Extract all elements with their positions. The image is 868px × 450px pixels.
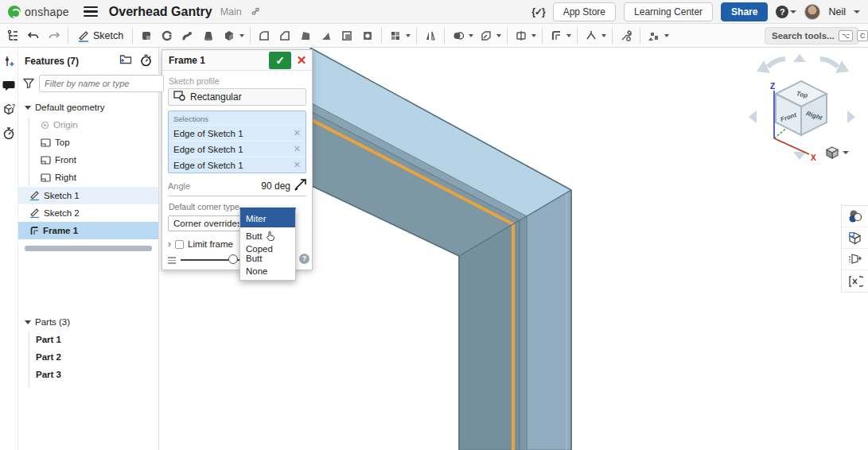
document-title: Overhead Gantry — [109, 5, 212, 19]
tree-item-sketch-1[interactable]: Sketch 1 — [18, 187, 158, 204]
dropdown-option-coped-butt[interactable]: Coped Butt — [240, 245, 295, 262]
sweep-icon[interactable] — [178, 26, 197, 45]
avatar[interactable] — [804, 4, 820, 20]
history-icon[interactable] — [0, 122, 18, 143]
angle-value[interactable]: 90 deg — [261, 180, 290, 192]
undo-icon[interactable] — [24, 26, 43, 45]
tree-item-part-3[interactable]: Part 3 — [18, 366, 158, 383]
sketch-button[interactable]: Sketch — [72, 28, 128, 44]
split-menu-chevron-icon[interactable] — [531, 34, 536, 37]
tree-item-right[interactable]: Right — [18, 169, 158, 186]
split-icon[interactable] — [512, 26, 531, 45]
dropdown-option-butt[interactable]: Butt — [240, 227, 295, 245]
chamfer-icon[interactable] — [275, 26, 294, 45]
angle-field[interactable]: Angle 90 deg — [168, 176, 306, 196]
boolean-icon[interactable] — [449, 26, 468, 45]
new-folder-icon[interactable] — [119, 54, 132, 68]
workspace-label[interactable]: Main — [220, 6, 242, 17]
rectangular-profile-icon — [173, 91, 185, 103]
rib-icon[interactable] — [317, 26, 336, 45]
view-options-button[interactable] — [825, 145, 849, 160]
search-tools-placeholder: Search tools... — [772, 31, 835, 41]
boolean-menu-chevron-icon[interactable] — [469, 34, 473, 37]
tree-group-parts[interactable]: Parts (3) — [18, 313, 158, 331]
profile-select[interactable]: Rectangular — [168, 88, 306, 106]
thicken-icon[interactable] — [220, 26, 239, 45]
frame-icon[interactable] — [547, 26, 566, 45]
featurescript-icon[interactable]: {✓} — [531, 6, 544, 17]
drag-handle-icon[interactable] — [168, 257, 176, 264]
sheet-metal-icon[interactable] — [582, 26, 601, 45]
selections-list[interactable]: Selections Edge of Sketch 1 ✕ Edge of Sk… — [168, 111, 306, 173]
revolve-icon[interactable] — [158, 26, 177, 45]
shell-icon[interactable] — [337, 26, 356, 45]
search-tools-input[interactable]: Search tools... ⌥ C — [765, 27, 858, 45]
remove-selection-icon[interactable]: ✕ — [294, 128, 301, 138]
insert-icon[interactable] — [644, 26, 664, 45]
cube-icon — [825, 145, 839, 160]
chevron-right-icon[interactable]: › — [168, 239, 171, 250]
help-menu[interactable]: ? — [776, 6, 796, 18]
hole-icon[interactable] — [358, 26, 377, 45]
filter-input[interactable] — [39, 75, 164, 92]
main-menu-icon[interactable] — [84, 6, 98, 17]
comments-icon[interactable] — [0, 75, 18, 95]
remove-selection-icon[interactable]: ✕ — [294, 144, 301, 154]
tree-item-part-2[interactable]: Part 2 — [18, 348, 158, 366]
rollback-bar[interactable] — [25, 246, 152, 251]
redo-icon[interactable] — [45, 26, 64, 45]
pencil-icon — [77, 29, 90, 42]
limit-frame-checkbox[interactable] — [175, 240, 184, 249]
share-button[interactable]: Share — [721, 2, 768, 21]
dropdown-option-none[interactable]: None — [240, 262, 295, 280]
selection-item[interactable]: Edge of Sketch 1 ✕ — [169, 157, 306, 173]
tree-item-frame-1[interactable]: Frame 1 — [18, 222, 158, 239]
feature-list-icon[interactable] — [3, 26, 22, 45]
variables-icon[interactable] — [0, 51, 18, 72]
extrude-icon[interactable] — [137, 26, 156, 45]
accept-button[interactable]: ✓ — [269, 52, 291, 69]
tree-item-top[interactable]: Top — [18, 134, 158, 151]
dialog-help-icon[interactable]: ? — [299, 254, 309, 264]
onshape-logo[interactable]: onshape — [8, 6, 69, 18]
named-views-icon[interactable] — [842, 227, 868, 249]
fillet-icon[interactable] — [255, 26, 274, 45]
user-name[interactable]: Neil — [828, 6, 846, 17]
loft-icon[interactable] — [199, 26, 218, 45]
angle-picker-icon[interactable] — [294, 179, 306, 192]
app-store-button[interactable]: App Store — [553, 2, 616, 21]
tree-item-origin[interactable]: Origin — [18, 116, 158, 134]
frame-menu-chevron-icon[interactable] — [566, 34, 571, 37]
tree-item-part-1[interactable]: Part 1 — [18, 331, 158, 348]
pattern-icon[interactable] — [386, 26, 405, 45]
share-link-icon[interactable]: ⚯ — [248, 4, 263, 18]
svg-text:?: ? — [12, 103, 15, 108]
mirror-icon[interactable] — [421, 26, 440, 45]
draft-icon[interactable] — [296, 26, 315, 45]
tree-item-front[interactable]: Front — [18, 151, 158, 169]
transform-menu-chevron-icon[interactable] — [496, 34, 501, 37]
dropdown-option-miter[interactable]: Miter — [240, 210, 295, 227]
thicken-menu-chevron-icon[interactable] — [239, 34, 244, 37]
user-menu-chevron-icon[interactable] — [854, 10, 860, 14]
pattern-menu-chevron-icon[interactable] — [406, 34, 411, 37]
corner-overrides-button[interactable]: Corner overrides — [168, 215, 247, 231]
slider-handle[interactable] — [228, 254, 238, 264]
transform-icon[interactable] — [477, 26, 496, 45]
cancel-button[interactable]: ✕ — [291, 52, 312, 69]
section-view-icon[interactable] — [842, 249, 868, 270]
history-clock-icon[interactable] — [140, 54, 152, 68]
appearance-icon[interactable] — [842, 206, 868, 227]
tree-item-sketch-2[interactable]: Sketch 2 — [18, 204, 158, 222]
configurations-icon[interactable]: ? — [0, 99, 18, 119]
selection-item[interactable]: Edge of Sketch 1 ✕ — [169, 125, 306, 141]
remove-selection-icon[interactable]: ✕ — [294, 160, 301, 170]
learning-center-button[interactable]: Learning Center — [624, 2, 713, 21]
hide-show-icon[interactable] — [842, 270, 868, 292]
selection-item[interactable]: Edge of Sketch 1 ✕ — [169, 141, 306, 157]
tree-group-default-geometry[interactable]: Default geometry — [18, 99, 158, 116]
sheet-metal-menu-chevron-icon[interactable] — [601, 34, 606, 37]
svg-text:X: X — [811, 153, 816, 162]
insert-menu-chevron-icon[interactable] — [664, 34, 669, 37]
tools-icon[interactable] — [617, 26, 636, 45]
